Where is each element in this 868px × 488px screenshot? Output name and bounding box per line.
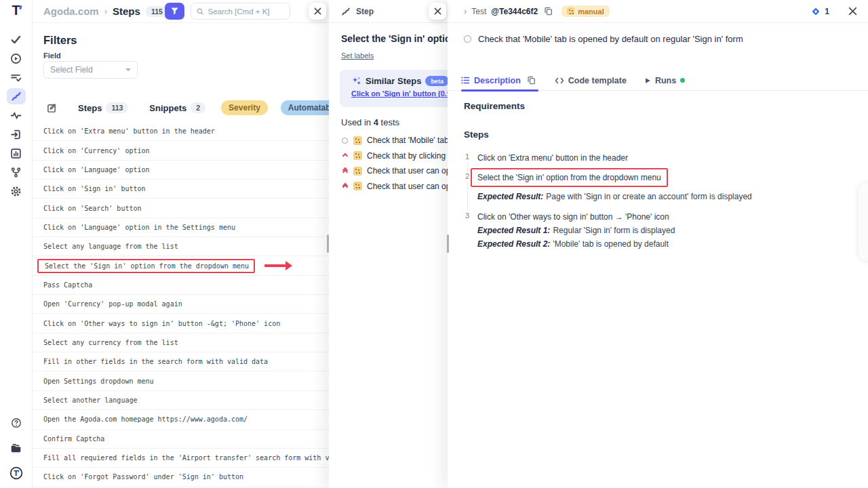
- list-check-icon: [10, 72, 22, 83]
- test-id: @Te344c6f2: [491, 7, 538, 16]
- step-text: Select any currency from the list: [43, 339, 178, 346]
- breadcrumb-current: Steps: [113, 5, 140, 17]
- test-type-label: Test: [471, 7, 486, 16]
- step-text: Select another language: [43, 396, 137, 404]
- copy-description-button[interactable]: [527, 76, 536, 85]
- filter-button[interactable]: [165, 3, 184, 20]
- breadcrumb: Agoda.com › Steps 115: [43, 0, 168, 22]
- test-panel: › Test @Te344c6f2 manual 1 Check that 'M…: [448, 0, 868, 488]
- code-icon: [555, 76, 564, 85]
- copy-icon: [527, 76, 536, 85]
- step-list-item[interactable]: Fill in other fields in the search form …: [33, 352, 329, 371]
- step-list-item[interactable]: Click on 'Search' button: [33, 199, 329, 218]
- expected-result-label: Expected Result 2:: [477, 239, 550, 249]
- field-select[interactable]: Select Field: [43, 61, 138, 79]
- used-in-heading: Used in 4 tests: [341, 117, 448, 127]
- step-list-item[interactable]: Select another language: [33, 391, 329, 410]
- breadcrumb-project[interactable]: Agoda.com: [43, 5, 99, 17]
- step-text: Click on 'Currency' option: [43, 147, 150, 155]
- docs-folder-icon: [10, 443, 22, 454]
- step-list-item[interactable]: Pass Captcha: [33, 276, 329, 295]
- step-list-item[interactable]: Open Settings dropdown menu: [33, 371, 329, 390]
- list-icon: [461, 76, 470, 85]
- sidebar-item-activity[interactable]: [0, 106, 33, 125]
- step-list-item[interactable]: Select the 'Sign in' option from the dro…: [33, 256, 329, 275]
- steps-icon: [341, 7, 351, 16]
- beta-badge: beta: [425, 76, 448, 86]
- step-list-item[interactable]: Confirm Captcha: [33, 430, 329, 449]
- search-input[interactable]: [208, 7, 284, 16]
- step-text: Open the Agoda.com homepage https://www.…: [43, 415, 248, 423]
- close-panel-button[interactable]: [429, 3, 446, 20]
- workspace-logo-button[interactable]: T: [0, 464, 33, 483]
- app-logo[interactable]: T: [0, 3, 32, 18]
- sidebar-item-steps[interactable]: [0, 87, 33, 106]
- search-icon: [197, 7, 203, 16]
- priority-icon: [341, 168, 349, 174]
- requirements-heading: Requirements: [464, 101, 525, 111]
- search-box[interactable]: [191, 3, 290, 20]
- app-window: T: [0, 0, 868, 488]
- tab-steps[interactable]: Steps 113: [78, 102, 128, 113]
- step-list-item[interactable]: Click on 'Sign in' button: [33, 180, 329, 199]
- tab-code-template[interactable]: Code template: [555, 76, 627, 85]
- panel-resize-handle[interactable]: [447, 235, 449, 253]
- docs-button[interactable]: [0, 439, 33, 458]
- step-text: Pass Captcha: [43, 281, 92, 289]
- step-list-item[interactable]: Open 'Currency' pop-up modal again: [33, 295, 329, 314]
- used-in-test-item[interactable]: Check that 'Mobile' tab is opened by def…: [329, 133, 448, 148]
- tab-runs[interactable]: Runs: [644, 76, 685, 85]
- sidebar-item-analytics[interactable]: [0, 144, 33, 163]
- drawer-edge-handle[interactable]: [859, 183, 868, 261]
- close-test-panel-button[interactable]: [848, 7, 857, 16]
- breadcrumb-separator-icon: ›: [104, 6, 107, 16]
- step-list-item[interactable]: Select any language from the list: [33, 237, 329, 256]
- logo-circle-icon: T: [9, 466, 23, 480]
- sidebar-item-tests[interactable]: [0, 30, 33, 49]
- close-panel-button[interactable]: [309, 3, 326, 20]
- step-list-item[interactable]: Click on 'Language' option in the Settin…: [33, 218, 329, 237]
- step-list-item[interactable]: Open the Agoda.com homepage https://www.…: [33, 410, 329, 429]
- panel-resize-handle[interactable]: [327, 235, 329, 253]
- edit-square-icon: [47, 103, 57, 113]
- similar-step-link[interactable]: Click on 'Sign in' button (0.9715: [351, 89, 448, 98]
- annotation-arrow-icon: [264, 261, 292, 270]
- branch-icon: [10, 167, 22, 178]
- used-in-count: 4: [374, 117, 378, 127]
- sidebar-item-import[interactable]: [0, 125, 33, 144]
- bulk-edit-button[interactable]: [47, 103, 57, 113]
- step-list-item[interactable]: Click on 'Other ways to sign in' button …: [33, 314, 329, 333]
- step-list-item[interactable]: Select any currency from the list: [33, 333, 329, 352]
- step-list-item[interactable]: Click on 'Currency' option: [33, 141, 329, 160]
- tab-snippets[interactable]: Snippets 2: [149, 102, 205, 113]
- copy-test-id-button[interactable]: [544, 7, 553, 16]
- similar-steps-card: Similar Steps beta Click on 'Sign in' bu…: [340, 70, 448, 107]
- sidebar-item-branches[interactable]: [0, 163, 33, 182]
- field-select-value: Select Field: [50, 65, 93, 75]
- help-button[interactable]: [0, 413, 33, 432]
- step-list-item[interactable]: Click on 'Extra menu' button in the head…: [33, 122, 329, 141]
- test-step: 2 Select the 'Sign in' option from the d…: [464, 171, 854, 202]
- step-list-item[interactable]: Click on 'Language' option: [33, 161, 329, 180]
- logo-accent: [19, 5, 22, 10]
- filter-chip[interactable]: Automatable: [281, 100, 329, 115]
- test-step-results: Expected Result:Page with 'Sign in or cr…: [477, 191, 752, 202]
- used-in-test-item[interactable]: Check that user can open the form: [329, 179, 448, 195]
- used-in-test-item[interactable]: Check that by clicking on the button: [329, 148, 448, 164]
- set-labels-link[interactable]: Set labels: [341, 52, 374, 60]
- expected-result: Expected Result 1:Regular 'Sign in' form…: [477, 225, 675, 236]
- expected-result-text: Page with 'Sign in or create an account'…: [546, 192, 751, 201]
- sidebar-item-settings[interactable]: [0, 182, 33, 201]
- test-title-link[interactable]: Check that 'Mobile' tab is opened by def…: [478, 34, 743, 44]
- tab-description[interactable]: Description: [461, 70, 538, 91]
- step-list-item[interactable]: Fill all requiered fields in the 'Airpor…: [33, 449, 329, 468]
- step-text: Open 'Currency' pop-up modal again: [43, 300, 182, 308]
- priority-icon: [341, 154, 349, 158]
- sidebar-item-plans[interactable]: [0, 68, 33, 87]
- manual-badge: manual: [561, 5, 610, 17]
- step-list-item[interactable]: Click on 'Forgot Password' under 'Sign i…: [33, 468, 329, 487]
- filter-chip[interactable]: Severity: [221, 100, 268, 115]
- sidebar-item-runs[interactable]: [0, 49, 33, 68]
- used-in-test-item[interactable]: Check that user can open the form: [329, 163, 448, 179]
- expected-result-label: Expected Result:: [477, 192, 543, 201]
